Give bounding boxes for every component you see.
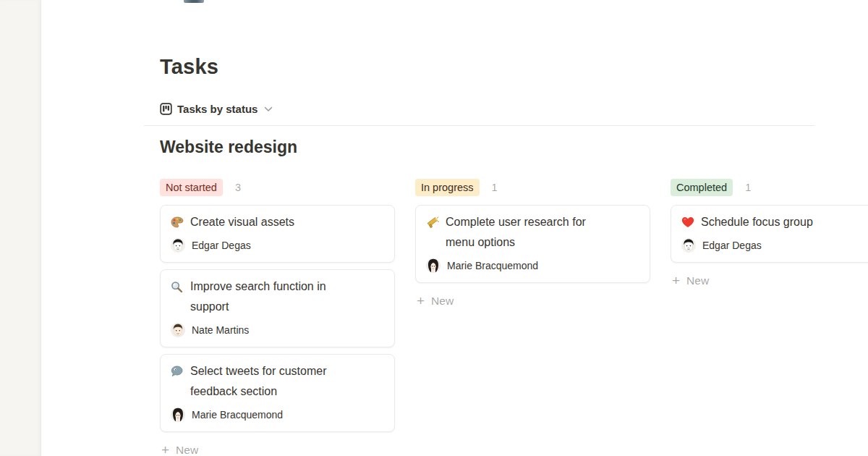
new-card-button[interactable]: + New: [671, 272, 868, 290]
card-title-row: Complete user research for menu options: [426, 212, 639, 253]
view-switcher[interactable]: Tasks by status: [160, 99, 276, 118]
new-card-button[interactable]: + New: [415, 292, 650, 310]
megaphone-icon: [426, 216, 439, 228]
card-icon-slot: [681, 212, 694, 232]
card-title-row: Select tweets for customer feedback sect…: [171, 361, 384, 402]
card-title: Create visual assets: [190, 212, 294, 232]
nate-martins-avatar: [171, 323, 185, 337]
card-icon-slot: [171, 276, 184, 297]
divider: [144, 125, 814, 126]
plus-icon: +: [161, 444, 169, 456]
magnifier-icon: [171, 281, 183, 293]
edgar-degas-avatar: [171, 238, 185, 253]
card-icon-slot: [171, 212, 184, 232]
card-title: Schedule focus group: [701, 212, 813, 232]
plus-icon: +: [672, 274, 680, 287]
card-title: Select tweets for customer feedback sect…: [190, 361, 359, 402]
column-cards: Schedule focus group Edgar Degas: [671, 205, 868, 263]
plus-icon: +: [417, 295, 425, 308]
speech-bubble-icon: [171, 366, 183, 377]
sidebar-panel: [0, 0, 41, 456]
page-title: Tasks: [160, 54, 868, 80]
task-card[interactable]: Improve search function in support Nate …: [160, 269, 395, 347]
column-header: Completed 1: [671, 179, 868, 196]
new-card-button-label: New: [686, 274, 709, 287]
task-card[interactable]: Select tweets for customer feedback sect…: [160, 354, 395, 432]
status-badge[interactable]: Not started: [160, 179, 223, 196]
avatar: [681, 238, 696, 253]
card-title-row: Create visual assets: [171, 212, 384, 232]
avatar: [171, 238, 185, 253]
view-switcher-label: Tasks by status: [177, 103, 258, 115]
new-card-button[interactable]: + New: [160, 442, 395, 456]
assignee-row: Edgar Degas: [681, 237, 868, 253]
board-column: In progress 1 Complete user research for…: [415, 179, 650, 310]
avatar: [426, 258, 441, 273]
new-card-button-label: New: [176, 444, 198, 456]
assignee-row: Edgar Degas: [171, 237, 384, 253]
card-icon-slot: [171, 361, 184, 381]
task-card[interactable]: Complete user research for menu options …: [415, 205, 650, 283]
column-header: Not started 3: [160, 179, 395, 196]
board-view-icon: [160, 103, 172, 115]
assignee-name: Nate Martins: [192, 324, 249, 336]
assignee-row: Nate Martins: [171, 322, 384, 338]
task-card[interactable]: Schedule focus group Edgar Degas: [671, 205, 868, 263]
status-badge[interactable]: In progress: [415, 179, 480, 196]
main-content: Tasks Tasks by status Website redesign: [41, 0, 868, 456]
avatar: [171, 323, 185, 337]
card-title-row: Schedule focus group: [681, 212, 868, 232]
board: Not started 3 Create visual assets Edgar…: [160, 179, 868, 456]
avatar: [171, 408, 185, 422]
column-cards: Complete user research for menu options …: [415, 205, 650, 283]
marie-bracquemond-avatar: [426, 258, 441, 273]
card-title: Complete user research for menu options: [446, 212, 615, 253]
board-column: Not started 3 Create visual assets Edgar…: [160, 179, 395, 456]
card-title: Improve search function in support: [190, 276, 359, 317]
board-column: Completed 1 Schedule focus group Edgar D…: [671, 179, 868, 290]
assignee-row: Marie Bracquemond: [171, 407, 384, 423]
new-card-button-label: New: [431, 295, 454, 308]
assignee-row: Marie Bracquemond: [426, 258, 639, 274]
status-count: 1: [745, 182, 751, 193]
card-icon-slot: [426, 212, 439, 232]
card-title-row: Improve search function in support: [171, 276, 384, 317]
status-badge[interactable]: Completed: [671, 179, 733, 196]
column-header: In progress 1: [415, 179, 650, 196]
palette-icon: [171, 216, 184, 228]
task-card[interactable]: Create visual assets Edgar Degas: [160, 205, 395, 263]
marie-bracquemond-avatar: [171, 408, 185, 422]
assignee-name: Edgar Degas: [702, 240, 762, 251]
status-count: 1: [492, 182, 498, 193]
chevron-down-icon: [264, 106, 273, 112]
section-title: Website redesign: [160, 136, 868, 158]
assignee-name: Marie Bracquemond: [192, 409, 283, 421]
heart-icon: [681, 216, 694, 228]
assignee-name: Marie Bracquemond: [447, 260, 538, 271]
status-count: 3: [235, 182, 241, 193]
column-cards: Create visual assets Edgar Degas Improve…: [160, 205, 395, 432]
edgar-degas-avatar: [681, 238, 696, 253]
assignee-name: Edgar Degas: [192, 240, 251, 251]
